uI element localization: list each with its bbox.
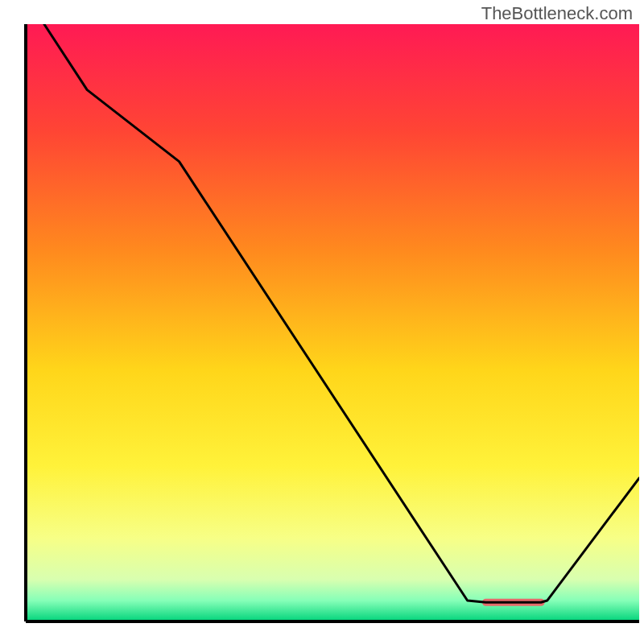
watermark-text: TheBottleneck.com	[481, 3, 633, 24]
chart-container: TheBottleneck.com	[0, 0, 644, 644]
bottleneck-chart	[0, 0, 644, 644]
